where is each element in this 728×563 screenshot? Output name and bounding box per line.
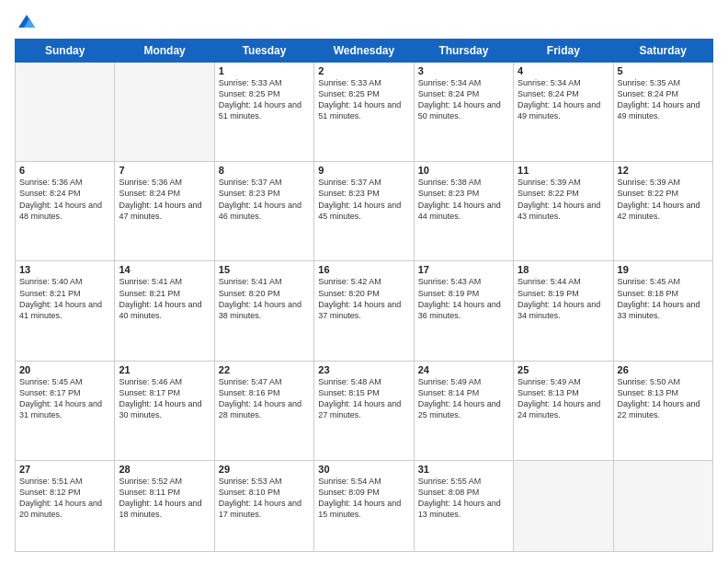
calendar-cell: 8Sunrise: 5:37 AMSunset: 8:23 PMDaylight… [214, 162, 313, 261]
day-info: Sunrise: 5:38 AMSunset: 8:23 PMDaylight:… [418, 177, 509, 222]
day-number: 12 [618, 165, 709, 176]
day-info: Sunrise: 5:34 AMSunset: 8:24 PMDaylight:… [418, 77, 509, 122]
day-info: Sunrise: 5:39 AMSunset: 8:22 PMDaylight:… [618, 177, 709, 222]
day-number: 7 [119, 165, 210, 176]
day-info: Sunrise: 5:48 AMSunset: 8:15 PMDaylight:… [318, 376, 409, 421]
calendar-week-row: 6Sunrise: 5:36 AMSunset: 8:24 PMDaylight… [16, 162, 713, 261]
weekday-header-cell: Friday [514, 40, 613, 63]
calendar-cell: 1Sunrise: 5:33 AMSunset: 8:25 PMDaylight… [214, 63, 313, 162]
day-info: Sunrise: 5:34 AMSunset: 8:24 PMDaylight:… [518, 77, 609, 122]
calendar-cell: 21Sunrise: 5:46 AMSunset: 8:17 PMDayligh… [115, 361, 214, 460]
day-info: Sunrise: 5:44 AMSunset: 8:19 PMDaylight:… [518, 276, 609, 321]
calendar-cell: 11Sunrise: 5:39 AMSunset: 8:22 PMDayligh… [514, 162, 613, 261]
calendar-cell: 27Sunrise: 5:51 AMSunset: 8:12 PMDayligh… [16, 460, 115, 551]
logo-icon [17, 11, 37, 31]
calendar-cell: 18Sunrise: 5:44 AMSunset: 8:19 PMDayligh… [514, 261, 613, 361]
day-info: Sunrise: 5:55 AMSunset: 8:08 PMDaylight:… [418, 476, 509, 521]
day-number: 16 [318, 264, 409, 275]
day-info: Sunrise: 5:42 AMSunset: 8:20 PMDaylight:… [318, 276, 409, 321]
day-info: Sunrise: 5:33 AMSunset: 8:25 PMDaylight:… [219, 77, 310, 122]
day-info: Sunrise: 5:49 AMSunset: 8:14 PMDaylight:… [418, 376, 509, 421]
day-number: 26 [618, 364, 709, 375]
day-info: Sunrise: 5:45 AMSunset: 8:17 PMDaylight:… [19, 376, 110, 421]
day-number: 15 [219, 264, 310, 275]
calendar-cell: 13Sunrise: 5:40 AMSunset: 8:21 PMDayligh… [16, 261, 115, 361]
calendar-cell: 24Sunrise: 5:49 AMSunset: 8:14 PMDayligh… [414, 361, 513, 460]
calendar-week-row: 13Sunrise: 5:40 AMSunset: 8:21 PMDayligh… [16, 261, 713, 361]
day-number: 5 [618, 65, 709, 76]
day-info: Sunrise: 5:36 AMSunset: 8:24 PMDaylight:… [119, 177, 210, 222]
day-number: 24 [418, 364, 509, 375]
day-number: 27 [19, 464, 110, 475]
day-info: Sunrise: 5:33 AMSunset: 8:25 PMDaylight:… [318, 77, 409, 122]
calendar-cell: 9Sunrise: 5:37 AMSunset: 8:23 PMDaylight… [314, 162, 414, 261]
calendar-cell: 6Sunrise: 5:36 AMSunset: 8:24 PMDaylight… [16, 162, 115, 261]
day-number: 21 [119, 364, 210, 375]
day-info: Sunrise: 5:49 AMSunset: 8:13 PMDaylight:… [518, 376, 609, 421]
calendar-cell: 20Sunrise: 5:45 AMSunset: 8:17 PMDayligh… [16, 361, 115, 460]
day-info: Sunrise: 5:47 AMSunset: 8:16 PMDaylight:… [219, 376, 310, 421]
calendar-table: SundayMondayTuesdayWednesdayThursdayFrid… [15, 39, 713, 552]
calendar-cell: 29Sunrise: 5:53 AMSunset: 8:10 PMDayligh… [214, 460, 313, 551]
day-info: Sunrise: 5:36 AMSunset: 8:24 PMDaylight:… [19, 177, 110, 222]
weekday-header-cell: Saturday [613, 40, 712, 63]
calendar-cell: 31Sunrise: 5:55 AMSunset: 8:08 PMDayligh… [414, 460, 513, 551]
calendar-cell: 28Sunrise: 5:52 AMSunset: 8:11 PMDayligh… [115, 460, 214, 551]
calendar-cell: 19Sunrise: 5:45 AMSunset: 8:18 PMDayligh… [613, 261, 712, 361]
day-number: 22 [219, 364, 310, 375]
calendar-cell: 2Sunrise: 5:33 AMSunset: 8:25 PMDaylight… [314, 63, 414, 162]
day-info: Sunrise: 5:45 AMSunset: 8:18 PMDaylight:… [618, 276, 709, 321]
day-info: Sunrise: 5:41 AMSunset: 8:21 PMDaylight:… [119, 276, 210, 321]
calendar-cell: 30Sunrise: 5:54 AMSunset: 8:09 PMDayligh… [314, 460, 414, 551]
calendar-cell: 12Sunrise: 5:39 AMSunset: 8:22 PMDayligh… [613, 162, 712, 261]
weekday-header-cell: Wednesday [314, 40, 414, 63]
calendar-cell: 4Sunrise: 5:34 AMSunset: 8:24 PMDaylight… [514, 63, 613, 162]
day-info: Sunrise: 5:54 AMSunset: 8:09 PMDaylight:… [318, 476, 409, 521]
calendar-week-row: 1Sunrise: 5:33 AMSunset: 8:25 PMDaylight… [16, 63, 713, 162]
day-info: Sunrise: 5:37 AMSunset: 8:23 PMDaylight:… [318, 177, 409, 222]
day-number: 8 [219, 165, 310, 176]
calendar-body: 1Sunrise: 5:33 AMSunset: 8:25 PMDaylight… [16, 63, 713, 552]
calendar-cell: 23Sunrise: 5:48 AMSunset: 8:15 PMDayligh… [314, 361, 414, 460]
calendar-cell: 14Sunrise: 5:41 AMSunset: 8:21 PMDayligh… [115, 261, 214, 361]
header [15, 11, 713, 31]
day-number: 28 [119, 464, 210, 475]
day-info: Sunrise: 5:39 AMSunset: 8:22 PMDaylight:… [518, 177, 609, 222]
day-number: 17 [418, 264, 509, 275]
day-info: Sunrise: 5:46 AMSunset: 8:17 PMDaylight:… [119, 376, 210, 421]
calendar-cell: 5Sunrise: 5:35 AMSunset: 8:24 PMDaylight… [613, 63, 712, 162]
day-number: 1 [219, 65, 310, 76]
calendar-cell: 15Sunrise: 5:41 AMSunset: 8:20 PMDayligh… [214, 261, 313, 361]
calendar-cell: 26Sunrise: 5:50 AMSunset: 8:13 PMDayligh… [613, 361, 712, 460]
day-info: Sunrise: 5:52 AMSunset: 8:11 PMDaylight:… [119, 476, 210, 521]
calendar-cell: 10Sunrise: 5:38 AMSunset: 8:23 PMDayligh… [414, 162, 513, 261]
day-info: Sunrise: 5:43 AMSunset: 8:19 PMDaylight:… [418, 276, 509, 321]
day-info: Sunrise: 5:37 AMSunset: 8:23 PMDaylight:… [219, 177, 310, 222]
weekday-header-cell: Thursday [414, 40, 513, 63]
calendar-cell: 7Sunrise: 5:36 AMSunset: 8:24 PMDaylight… [115, 162, 214, 261]
day-info: Sunrise: 5:50 AMSunset: 8:13 PMDaylight:… [618, 376, 709, 421]
day-number: 2 [318, 65, 409, 76]
day-number: 14 [119, 264, 210, 275]
day-info: Sunrise: 5:40 AMSunset: 8:21 PMDaylight:… [19, 276, 110, 321]
day-info: Sunrise: 5:41 AMSunset: 8:20 PMDaylight:… [219, 276, 310, 321]
day-number: 11 [518, 165, 609, 176]
calendar-cell: 25Sunrise: 5:49 AMSunset: 8:13 PMDayligh… [514, 361, 613, 460]
calendar-cell [115, 63, 214, 162]
day-number: 29 [219, 464, 310, 475]
day-number: 31 [418, 464, 509, 475]
weekday-header-cell: Tuesday [214, 40, 313, 63]
calendar-week-row: 20Sunrise: 5:45 AMSunset: 8:17 PMDayligh… [16, 361, 713, 460]
day-info: Sunrise: 5:35 AMSunset: 8:24 PMDaylight:… [618, 77, 709, 122]
day-number: 30 [318, 464, 409, 475]
day-number: 4 [518, 65, 609, 76]
calendar-cell: 22Sunrise: 5:47 AMSunset: 8:16 PMDayligh… [214, 361, 313, 460]
calendar-cell [514, 460, 613, 551]
day-number: 6 [19, 165, 110, 176]
day-number: 25 [518, 364, 609, 375]
day-number: 18 [518, 264, 609, 275]
page: SundayMondayTuesdayWednesdayThursdayFrid… [0, 0, 728, 563]
weekday-header-row: SundayMondayTuesdayWednesdayThursdayFrid… [16, 40, 713, 63]
day-number: 20 [19, 364, 110, 375]
calendar-cell [613, 460, 712, 551]
